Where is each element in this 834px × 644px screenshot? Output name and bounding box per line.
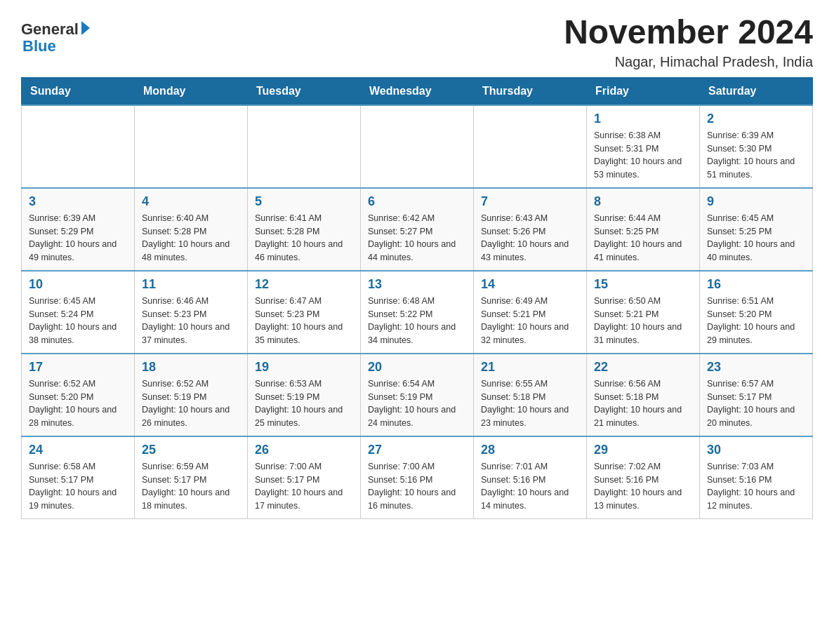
calendar-day-15: 15Sunrise: 6:50 AM Sunset: 5:21 PM Dayli… [587, 271, 700, 354]
weekday-header-sunday: Sunday [22, 77, 135, 105]
day-info: Sunrise: 7:00 AM Sunset: 5:17 PM Dayligh… [255, 460, 353, 513]
day-number: 18 [142, 360, 240, 375]
day-info: Sunrise: 6:52 AM Sunset: 5:20 PM Dayligh… [29, 377, 127, 430]
day-info: Sunrise: 6:57 AM Sunset: 5:17 PM Dayligh… [707, 377, 805, 430]
day-info: Sunrise: 6:47 AM Sunset: 5:23 PM Dayligh… [255, 295, 353, 347]
calendar-day-17: 17Sunrise: 6:52 AM Sunset: 5:20 PM Dayli… [22, 354, 135, 436]
day-number: 15 [594, 277, 692, 292]
weekday-header-wednesday: Wednesday [361, 77, 474, 105]
day-number: 12 [255, 277, 353, 292]
day-info: Sunrise: 6:59 AM Sunset: 5:17 PM Dayligh… [142, 460, 240, 513]
day-info: Sunrise: 6:50 AM Sunset: 5:21 PM Dayligh… [594, 295, 692, 347]
day-info: Sunrise: 6:56 AM Sunset: 5:18 PM Dayligh… [594, 377, 692, 430]
day-info: Sunrise: 6:52 AM Sunset: 5:19 PM Dayligh… [142, 377, 240, 430]
calendar-day-12: 12Sunrise: 6:47 AM Sunset: 5:23 PM Dayli… [248, 271, 361, 354]
day-number: 20 [368, 360, 466, 375]
calendar-day-24: 24Sunrise: 6:58 AM Sunset: 5:17 PM Dayli… [22, 436, 135, 519]
day-info: Sunrise: 6:38 AM Sunset: 5:31 PM Dayligh… [594, 129, 692, 182]
calendar-day-8: 8Sunrise: 6:44 AM Sunset: 5:25 PM Daylig… [587, 188, 700, 271]
day-info: Sunrise: 6:45 AM Sunset: 5:25 PM Dayligh… [707, 212, 805, 264]
day-number: 11 [142, 277, 240, 292]
calendar-day-30: 30Sunrise: 7:03 AM Sunset: 5:16 PM Dayli… [700, 436, 813, 519]
calendar-day-13: 13Sunrise: 6:48 AM Sunset: 5:22 PM Dayli… [361, 271, 474, 354]
weekday-header-monday: Monday [135, 77, 248, 105]
day-info: Sunrise: 6:43 AM Sunset: 5:26 PM Dayligh… [481, 212, 579, 264]
calendar-day-11: 11Sunrise: 6:46 AM Sunset: 5:23 PM Dayli… [135, 271, 248, 354]
day-info: Sunrise: 7:01 AM Sunset: 5:16 PM Dayligh… [481, 460, 579, 513]
day-number: 23 [707, 360, 805, 375]
calendar-day-7: 7Sunrise: 6:43 AM Sunset: 5:26 PM Daylig… [474, 188, 587, 271]
calendar-day-9: 9Sunrise: 6:45 AM Sunset: 5:25 PM Daylig… [700, 188, 813, 271]
calendar-day-1: 1Sunrise: 6:38 AM Sunset: 5:31 PM Daylig… [587, 105, 700, 188]
calendar-day-14: 14Sunrise: 6:49 AM Sunset: 5:21 PM Dayli… [474, 271, 587, 354]
logo-text-blue: Blue [22, 38, 56, 55]
day-number: 6 [368, 194, 466, 209]
day-number: 24 [29, 443, 127, 457]
calendar-week-row: 10Sunrise: 6:45 AM Sunset: 5:24 PM Dayli… [22, 271, 813, 354]
calendar-day-18: 18Sunrise: 6:52 AM Sunset: 5:19 PM Dayli… [135, 354, 248, 436]
day-info: Sunrise: 6:58 AM Sunset: 5:17 PM Dayligh… [29, 460, 127, 513]
day-info: Sunrise: 6:55 AM Sunset: 5:18 PM Dayligh… [481, 377, 579, 430]
day-info: Sunrise: 7:03 AM Sunset: 5:16 PM Dayligh… [707, 460, 805, 513]
weekday-header-friday: Friday [587, 77, 700, 105]
calendar-week-row: 3Sunrise: 6:39 AM Sunset: 5:29 PM Daylig… [22, 188, 813, 271]
weekday-header-saturday: Saturday [700, 77, 813, 105]
calendar-empty-cell [361, 105, 474, 188]
calendar-day-6: 6Sunrise: 6:42 AM Sunset: 5:27 PM Daylig… [361, 188, 474, 271]
calendar-day-27: 27Sunrise: 7:00 AM Sunset: 5:16 PM Dayli… [361, 436, 474, 519]
calendar-day-22: 22Sunrise: 6:56 AM Sunset: 5:18 PM Dayli… [587, 354, 700, 436]
day-info: Sunrise: 6:51 AM Sunset: 5:20 PM Dayligh… [707, 295, 805, 347]
day-number: 27 [368, 443, 466, 457]
calendar-empty-cell [474, 105, 587, 188]
day-info: Sunrise: 6:39 AM Sunset: 5:30 PM Dayligh… [707, 129, 805, 182]
day-number: 26 [255, 443, 353, 457]
day-number: 4 [142, 194, 240, 209]
title-block: November 2024 Nagar, Himachal Pradesh, I… [564, 14, 813, 70]
day-number: 9 [707, 194, 805, 209]
day-info: Sunrise: 6:48 AM Sunset: 5:22 PM Dayligh… [368, 295, 466, 347]
calendar-week-row: 17Sunrise: 6:52 AM Sunset: 5:20 PM Dayli… [22, 354, 813, 436]
calendar-day-4: 4Sunrise: 6:40 AM Sunset: 5:28 PM Daylig… [135, 188, 248, 271]
day-number: 17 [29, 360, 127, 375]
calendar-week-row: 24Sunrise: 6:58 AM Sunset: 5:17 PM Dayli… [22, 436, 813, 519]
day-number: 25 [142, 443, 240, 457]
day-number: 30 [707, 443, 805, 457]
day-info: Sunrise: 6:53 AM Sunset: 5:19 PM Dayligh… [255, 377, 353, 430]
page-title: November 2024 [564, 14, 813, 51]
calendar-day-16: 16Sunrise: 6:51 AM Sunset: 5:20 PM Dayli… [700, 271, 813, 354]
day-number: 3 [29, 194, 127, 209]
day-number: 21 [481, 360, 579, 375]
calendar-day-29: 29Sunrise: 7:02 AM Sunset: 5:16 PM Dayli… [587, 436, 700, 519]
calendar-day-20: 20Sunrise: 6:54 AM Sunset: 5:19 PM Dayli… [361, 354, 474, 436]
calendar-day-21: 21Sunrise: 6:55 AM Sunset: 5:18 PM Dayli… [474, 354, 587, 436]
calendar-day-23: 23Sunrise: 6:57 AM Sunset: 5:17 PM Dayli… [700, 354, 813, 436]
calendar-day-26: 26Sunrise: 7:00 AM Sunset: 5:17 PM Dayli… [248, 436, 361, 519]
calendar-empty-cell [22, 105, 135, 188]
day-number: 14 [481, 277, 579, 292]
calendar-day-3: 3Sunrise: 6:39 AM Sunset: 5:29 PM Daylig… [22, 188, 135, 271]
calendar-empty-cell [135, 105, 248, 188]
calendar-day-10: 10Sunrise: 6:45 AM Sunset: 5:24 PM Dayli… [22, 271, 135, 354]
logo-text-general: General [21, 21, 79, 38]
day-number: 5 [255, 194, 353, 209]
day-info: Sunrise: 6:42 AM Sunset: 5:27 PM Dayligh… [368, 212, 466, 264]
day-number: 7 [481, 194, 579, 209]
day-info: Sunrise: 6:41 AM Sunset: 5:28 PM Dayligh… [255, 212, 353, 264]
day-number: 1 [594, 112, 692, 126]
day-number: 22 [594, 360, 692, 375]
logo-arrow-icon [81, 21, 90, 35]
day-info: Sunrise: 6:46 AM Sunset: 5:23 PM Dayligh… [142, 295, 240, 347]
calendar-week-row: 1Sunrise: 6:38 AM Sunset: 5:31 PM Daylig… [22, 105, 813, 188]
logo: General Blue [21, 21, 90, 55]
day-number: 29 [594, 443, 692, 457]
page-subtitle: Nagar, Himachal Pradesh, India [564, 54, 813, 70]
day-number: 2 [707, 112, 805, 126]
calendar-day-2: 2Sunrise: 6:39 AM Sunset: 5:30 PM Daylig… [700, 105, 813, 188]
day-number: 10 [29, 277, 127, 292]
calendar-header-row: SundayMondayTuesdayWednesdayThursdayFrid… [22, 77, 813, 105]
weekday-header-thursday: Thursday [474, 77, 587, 105]
page-header: General Blue November 2024 Nagar, Himach… [21, 14, 813, 70]
weekday-header-tuesday: Tuesday [248, 77, 361, 105]
day-number: 28 [481, 443, 579, 457]
day-info: Sunrise: 6:40 AM Sunset: 5:28 PM Dayligh… [142, 212, 240, 264]
